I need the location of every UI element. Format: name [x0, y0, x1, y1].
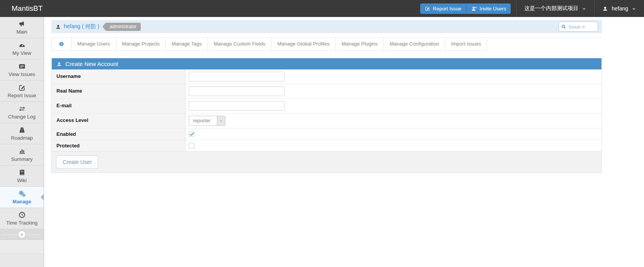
check-icon — [189, 131, 195, 137]
sidebar-item-main[interactable]: Main — [0, 17, 44, 38]
tab-manage-configuration[interactable]: Manage Configuration — [384, 37, 445, 51]
manage-tabs-zone: Manage Users Manage Projects Manage Tags… — [51, 37, 602, 51]
report-issue-button[interactable]: Report Issue — [420, 3, 467, 14]
widget-header: Create New Account — [52, 58, 601, 69]
invite-users-button[interactable]: Invite Users — [467, 3, 511, 14]
edit-icon — [18, 84, 26, 91]
username-input[interactable] — [189, 72, 285, 81]
invite-users-label: Invite Users — [480, 6, 506, 12]
report-issue-label: Report Issue — [433, 6, 462, 12]
enabled-checkbox[interactable] — [189, 131, 194, 137]
tab-import-issues[interactable]: Import issues — [445, 37, 487, 51]
sidebar-item-my-view[interactable]: My View — [0, 38, 44, 59]
widget-title: Create New Account — [65, 61, 118, 67]
form-row-access-level: Access Level reporter — [52, 113, 601, 128]
form-row-real-name: Real Name — [52, 84, 601, 99]
sidebar-collapse-row: « — [0, 229, 44, 240]
user-icon — [602, 6, 608, 12]
sidebar-item-label: My View — [12, 50, 31, 56]
project-selector[interactable]: 这是一个内部测试项目 — [516, 0, 594, 17]
navbar-button-group: Report Issue Invite Users — [420, 0, 511, 17]
edit-icon — [425, 6, 430, 11]
sidebar-item-manage[interactable]: Manage — [0, 187, 44, 208]
sidebar-item-label: Report Issue — [8, 93, 36, 98]
sidebar-item-view-issues[interactable]: View Issues — [0, 59, 44, 81]
field-label: E-mail — [52, 99, 186, 113]
retweet-icon — [18, 105, 26, 113]
field-label: Username — [52, 69, 186, 84]
gears-icon — [18, 190, 26, 198]
user-icon — [55, 24, 61, 30]
field-label: Real Name — [52, 84, 186, 98]
dashboard-icon — [18, 41, 26, 49]
sidebar-item-time-tracking[interactable]: Time Tracking — [0, 208, 44, 229]
sidebar-filler — [0, 240, 44, 254]
real-name-input[interactable] — [189, 86, 285, 96]
bullhorn-icon — [18, 20, 26, 28]
tab-manage-global-profiles[interactable]: Manage Global Profiles — [272, 37, 336, 51]
manage-tabs: Manage Users Manage Projects Manage Tags… — [51, 37, 487, 51]
tab-manage-users[interactable]: Manage Users — [72, 37, 116, 51]
user-menu[interactable]: hefang — [594, 0, 644, 17]
tab-manage-tags[interactable]: Manage Tags — [166, 37, 208, 51]
sidebar-item-label: View Issues — [9, 71, 35, 77]
access-level-select[interactable]: reporter — [189, 116, 225, 126]
breadcrumb-user-link[interactable]: hefang ( 何防 ) — [64, 23, 99, 30]
create-user-button[interactable]: Create User — [56, 155, 98, 169]
tab-manage-plugins[interactable]: Manage Plugins — [336, 37, 384, 51]
info-icon — [58, 41, 65, 47]
brand-title: MantisBT — [0, 0, 43, 17]
form-row-protected: Protected — [52, 140, 601, 151]
sidebar-item-label: Main — [16, 29, 27, 35]
user-menu-label: hefang — [612, 5, 628, 12]
form-row-enabled: Enabled — [52, 128, 601, 140]
form-row-username: Username — [52, 69, 601, 84]
sidebar-item-label: Time Tracking — [6, 220, 37, 226]
sidebar-item-label: Summary — [11, 156, 33, 162]
create-account-widget: Create New Account Username Real Name E-… — [51, 58, 602, 173]
search-icon — [561, 24, 566, 29]
issue-search — [559, 22, 598, 32]
sidebar-collapse-button[interactable]: « — [18, 230, 26, 238]
field-label: Access Level — [52, 113, 186, 128]
list-icon — [18, 63, 26, 70]
sidebar-item-summary[interactable]: Summary — [0, 144, 44, 166]
access-level-value: reporter — [189, 116, 217, 125]
main-content: hefang ( 何防 ) administrator — [44, 17, 644, 267]
sidebar: Main My View View Issues Report Issue Ch — [0, 17, 44, 267]
clock-icon — [18, 211, 26, 219]
book-icon — [18, 169, 26, 176]
chevron-down-icon — [582, 6, 586, 11]
sidebar-filler — [0, 254, 44, 267]
chevron-down-icon — [217, 116, 225, 125]
top-navbar: MantisBT Report Issue Invite Users 这是一个内 — [0, 0, 644, 17]
bar-chart-icon — [18, 147, 26, 155]
field-label: Protected — [52, 140, 186, 151]
sidebar-item-roadmap[interactable]: Roadmap — [0, 123, 44, 144]
breadcrumb: hefang ( 何防 ) administrator — [51, 20, 602, 33]
sidebar-item-label: Roadmap — [11, 135, 32, 141]
sidebar-item-label: Manage — [12, 199, 31, 204]
user-plus-icon — [471, 6, 477, 12]
role-badge: administrator — [106, 23, 141, 31]
widget-footer: Create User — [52, 151, 601, 172]
road-icon — [18, 126, 26, 134]
tab-manage-custom-fields[interactable]: Manage Custom Fields — [208, 37, 272, 51]
sidebar-item-label: Wiki — [17, 177, 27, 183]
email-input[interactable] — [189, 101, 285, 111]
field-label: Enabled — [52, 128, 186, 140]
sidebar-item-label: Change Log — [8, 114, 36, 120]
mantisbt-page: MantisBT Report Issue Invite Users 这是一个内 — [0, 0, 644, 267]
tab-overview[interactable] — [52, 37, 72, 51]
chevron-down-icon — [632, 6, 636, 11]
sidebar-item-wiki[interactable]: Wiki — [0, 166, 44, 187]
user-icon — [56, 61, 62, 67]
tab-manage-projects[interactable]: Manage Projects — [116, 37, 166, 51]
form-row-email: E-mail — [52, 99, 601, 113]
sidebar-item-change-log[interactable]: Change Log — [0, 102, 44, 123]
protected-checkbox[interactable] — [189, 143, 194, 149]
sidebar-item-report-issue[interactable]: Report Issue — [0, 81, 44, 102]
navbar-right: Report Issue Invite Users 这是一个内部测试项目 — [420, 0, 644, 17]
project-selector-label: 这是一个内部测试项目 — [524, 5, 578, 12]
